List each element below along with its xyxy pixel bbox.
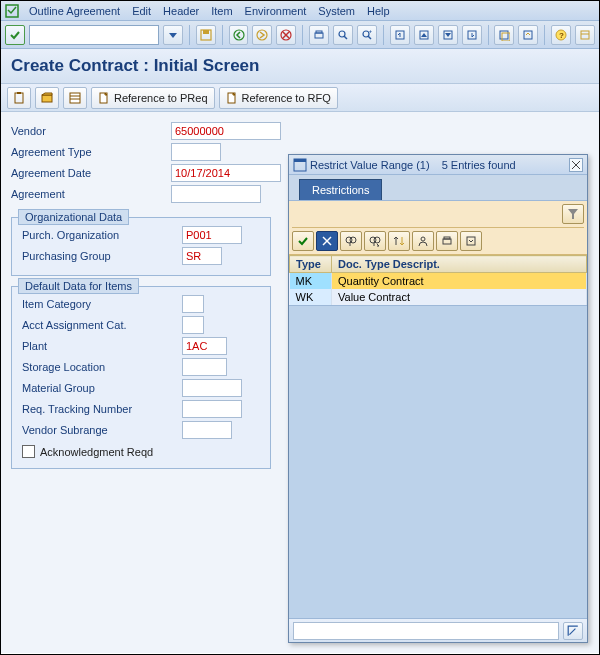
- svg-marker-32: [42, 93, 52, 95]
- svg-line-12: [344, 36, 347, 39]
- new-session-button[interactable]: [494, 25, 514, 45]
- svg-rect-33: [70, 93, 80, 103]
- find-next-button[interactable]: +: [357, 25, 377, 45]
- last-page-button[interactable]: [462, 25, 482, 45]
- save-button[interactable]: [196, 25, 216, 45]
- agreement-input[interactable]: [171, 185, 261, 203]
- vendor-subrange-label: Vendor Subrange: [22, 424, 182, 436]
- help-button[interactable]: ?: [551, 25, 571, 45]
- back-button[interactable]: [229, 25, 249, 45]
- enter-button[interactable]: [5, 25, 25, 45]
- print-button-popup[interactable]: [436, 231, 458, 251]
- menu-edit[interactable]: Edit: [126, 3, 157, 19]
- svg-text:+: +: [369, 29, 372, 34]
- purch-group-input[interactable]: [182, 247, 222, 265]
- table-row[interactable]: MK Quantity Contract: [290, 273, 587, 290]
- separator: [189, 25, 190, 45]
- acct-assign-input[interactable]: [182, 316, 204, 334]
- plant-input[interactable]: [182, 337, 227, 355]
- material-group-label: Material Group: [22, 382, 182, 394]
- find-button-popup[interactable]: [340, 231, 362, 251]
- document-icon: [98, 92, 110, 104]
- svg-point-46: [350, 237, 356, 243]
- ack-reqd-label: Acknowledgment Reqd: [40, 446, 153, 458]
- col-desc[interactable]: Doc. Type Descript.: [332, 256, 587, 273]
- tab-restrictions[interactable]: Restrictions: [299, 179, 382, 200]
- separator: [488, 25, 489, 45]
- menu-item[interactable]: Item: [205, 3, 238, 19]
- svg-line-14: [368, 36, 371, 39]
- popup-titlebar: Restrict Value Range (1) 5 Entries found: [289, 155, 587, 175]
- menu-environment[interactable]: Environment: [239, 3, 313, 19]
- print-button[interactable]: [309, 25, 329, 45]
- svg-rect-55: [444, 237, 450, 239]
- cancel-button[interactable]: [276, 25, 296, 45]
- purch-org-input[interactable]: [182, 226, 242, 244]
- status-expand-button[interactable]: [563, 622, 583, 640]
- popup-close-button[interactable]: [569, 158, 583, 172]
- command-field[interactable]: [29, 25, 159, 45]
- col-type[interactable]: Type: [290, 256, 332, 273]
- table-row[interactable]: WK Value Contract: [290, 289, 587, 305]
- personal-list-button[interactable]: [412, 231, 434, 251]
- prev-page-button[interactable]: [414, 25, 434, 45]
- org-group-title: Organizational Data: [18, 209, 129, 225]
- cancel-search-button[interactable]: [316, 231, 338, 251]
- cell-desc: Value Contract: [332, 289, 587, 305]
- req-tracking-input[interactable]: [182, 400, 242, 418]
- storage-loc-input[interactable]: [182, 358, 227, 376]
- download-button[interactable]: [460, 231, 482, 251]
- svg-rect-10: [316, 31, 322, 33]
- vendor-input[interactable]: [171, 122, 281, 140]
- find-next-button-popup[interactable]: [364, 231, 386, 251]
- svg-point-4: [234, 30, 244, 40]
- first-page-button[interactable]: [390, 25, 410, 45]
- ack-reqd-row: Acknowledgment Reqd: [22, 445, 260, 458]
- clipboard-button[interactable]: [7, 87, 31, 109]
- ref-rfq-button[interactable]: Reference to RFQ: [219, 87, 338, 109]
- menu-help[interactable]: Help: [361, 3, 396, 19]
- svg-marker-42: [568, 209, 578, 219]
- document-icon: [226, 92, 238, 104]
- separator: [302, 25, 303, 45]
- svg-marker-1: [169, 33, 177, 38]
- popup-window-icon: [293, 158, 307, 172]
- menu-header[interactable]: Header: [157, 3, 205, 19]
- header-button[interactable]: [35, 87, 59, 109]
- menu-outline-agreement[interactable]: Outline Agreement: [23, 3, 126, 19]
- next-page-button[interactable]: [438, 25, 458, 45]
- sort-button[interactable]: [388, 231, 410, 251]
- menu-system[interactable]: System: [312, 3, 361, 19]
- svg-point-49: [374, 237, 380, 243]
- dropdown-button[interactable]: [163, 25, 183, 45]
- agreement-type-label: Agreement Type: [11, 146, 171, 158]
- shortcut-button[interactable]: [518, 25, 538, 45]
- layout-button[interactable]: [575, 25, 595, 45]
- svg-rect-27: [581, 31, 589, 39]
- continue-button[interactable]: [292, 231, 314, 251]
- sap-menu-icon[interactable]: [5, 4, 19, 18]
- app-toolbar: Reference to PReq Reference to RFQ: [1, 84, 599, 112]
- agreement-date-label: Agreement Date: [11, 167, 171, 179]
- overview-button[interactable]: [63, 87, 87, 109]
- material-group-input[interactable]: [182, 379, 242, 397]
- separator: [544, 25, 545, 45]
- svg-rect-56: [467, 237, 475, 245]
- cell-type: MK: [290, 273, 332, 290]
- exit-button[interactable]: [252, 25, 272, 45]
- svg-rect-23: [502, 33, 510, 41]
- filter-icon-button[interactable]: [562, 204, 584, 224]
- svg-rect-31: [42, 95, 52, 102]
- vendor-subrange-input[interactable]: [182, 421, 232, 439]
- find-button[interactable]: [333, 25, 353, 45]
- popup-body: [289, 305, 587, 618]
- item-category-input[interactable]: [182, 295, 204, 313]
- ack-reqd-checkbox[interactable]: [22, 445, 35, 458]
- ref-preq-button[interactable]: Reference to PReq: [91, 87, 215, 109]
- cell-type: WK: [290, 289, 332, 305]
- agreement-date-input[interactable]: [171, 164, 281, 182]
- ref-rfq-label: Reference to RFQ: [242, 92, 331, 104]
- ref-preq-label: Reference to PReq: [114, 92, 208, 104]
- menubar: Outline Agreement Edit Header Item Envir…: [1, 1, 599, 21]
- agreement-type-input[interactable]: [171, 143, 221, 161]
